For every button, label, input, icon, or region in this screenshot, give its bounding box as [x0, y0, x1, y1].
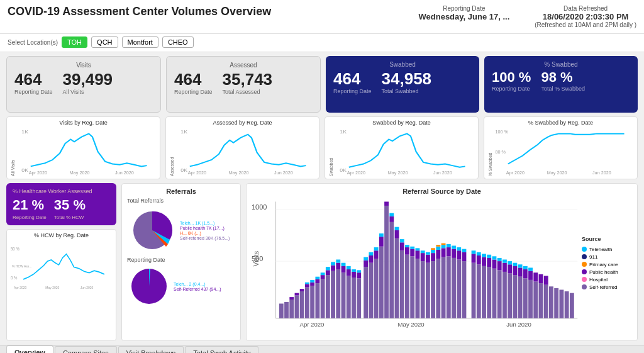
- svg-text:Apr 2020: Apr 2020: [347, 171, 365, 176]
- svg-rect-137: [462, 261, 467, 318]
- svg-rect-81: [369, 263, 373, 318]
- svg-rect-79: [364, 261, 368, 267]
- svg-rect-184: [559, 289, 564, 318]
- svg-text:Apr 2020: Apr 2020: [506, 171, 525, 176]
- svg-text:May 2020: May 2020: [229, 171, 249, 176]
- assessed-chart-box: Assessed by Reg. Date Assessed 1K 0K Apr…: [165, 116, 319, 179]
- svg-rect-180: [544, 285, 548, 318]
- stats-row: Visits 464 Reporting Date 39,499 All Vis…: [6, 56, 638, 113]
- data-refreshed-label: Data Refreshed: [535, 5, 636, 12]
- svg-rect-40: [289, 297, 294, 300]
- svg-rect-148: [482, 254, 486, 257]
- svg-rect-126: [441, 245, 446, 248]
- svg-rect-52: [315, 279, 319, 283]
- svg-rect-71: [347, 266, 351, 269]
- visits-all-value: 39,499: [63, 71, 113, 87]
- tab-bar: Overview Compare Sites Visit Breakdown T…: [0, 345, 644, 353]
- svg-rect-142: [472, 250, 476, 254]
- svg-rect-156: [497, 261, 502, 270]
- svg-rect-78: [364, 267, 368, 318]
- svg-text:Jun 2020: Jun 2020: [80, 285, 94, 289]
- location-montfort[interactable]: Montfort: [122, 36, 158, 48]
- swabbed-y-label: Swabbed: [329, 127, 333, 176]
- header: COVID-19 Assessment Center Volumes Overv…: [0, 0, 644, 34]
- visits-reporting-label: Reporting Date: [14, 89, 53, 95]
- svg-rect-83: [369, 252, 373, 255]
- pct-swabbed-card: % Swabbed 100 % Reporting Date 98 % Tota…: [484, 56, 638, 113]
- svg-rect-58: [326, 270, 330, 275]
- svg-rect-85: [374, 250, 379, 259]
- visits-sparkline: 1K 0K Apr 2020 May 2020 Jun 2020: [11, 127, 156, 176]
- svg-rect-91: [384, 201, 389, 205]
- 911-dot: [582, 254, 587, 259]
- pct-swabbed-chart-box: % Swabbed by Reg. Date % Swabbed 100 % 8…: [484, 116, 638, 179]
- hcw-panel: % Healthcare Worker Assessed 21 % Report…: [6, 183, 116, 341]
- svg-rect-98: [400, 250, 404, 318]
- reporting-date-ref-label: Reporting Date: [127, 257, 235, 263]
- swabbed-reporting-label: Reporting Date: [333, 88, 372, 94]
- tab-overview[interactable]: Overview: [6, 345, 53, 353]
- swabbed-total-label: Total Swabbed: [382, 88, 432, 94]
- svg-rect-73: [352, 272, 356, 277]
- visits-reporting-value: 464: [14, 71, 53, 87]
- svg-rect-135: [457, 250, 461, 259]
- location-cheo[interactable]: CHEO: [162, 36, 194, 48]
- svg-rect-145: [477, 252, 481, 255]
- pct-swabbed-reporting-label: Reporting Date: [492, 86, 531, 92]
- assessed-y-label: Assessed: [170, 127, 174, 176]
- hcw-card: % Healthcare Worker Assessed 21 % Report…: [6, 183, 116, 225]
- svg-rect-123: [436, 245, 440, 247]
- svg-rect-147: [482, 257, 486, 266]
- tab-compare-sites[interactable]: Compare Sites: [55, 346, 117, 353]
- svg-rect-120: [436, 259, 440, 318]
- svg-rect-161: [508, 274, 512, 318]
- svg-text:0K: 0K: [21, 168, 28, 174]
- svg-rect-99: [400, 242, 404, 250]
- svg-rect-132: [452, 249, 456, 258]
- pie2-container: Teleh... 2 (0.4...) Self-Referred 437 (9…: [127, 264, 235, 308]
- svg-rect-95: [395, 238, 399, 318]
- svg-rect-117: [431, 253, 435, 261]
- svg-rect-172: [523, 266, 528, 269]
- tab-total-swab-activity[interactable]: Total Swab Activity: [185, 346, 258, 353]
- svg-rect-86: [374, 247, 379, 250]
- assessed-title: Assessed: [174, 62, 313, 69]
- svg-rect-174: [528, 271, 533, 280]
- sparklines-row: Visits by Reg. Date All Visits 1K 0K Apr…: [6, 116, 638, 179]
- legend-self-referred: Self-referred: [582, 284, 632, 290]
- assessed-chart-title: Assessed by Reg. Date: [170, 120, 315, 126]
- tab-visit-breakdown[interactable]: Visit Breakdown: [118, 346, 184, 353]
- visits-chart-title: Visits by Reg. Date: [11, 120, 156, 126]
- location-qch[interactable]: QCH: [91, 36, 118, 48]
- legend-hospital: Hospital: [582, 277, 632, 283]
- refresh-note: (Refreshed at 10AM and 2PM daily ): [535, 21, 636, 28]
- svg-rect-153: [492, 259, 497, 268]
- svg-rect-115: [426, 252, 430, 255]
- svg-text:May 2020: May 2020: [388, 171, 408, 176]
- visits-card: Visits 464 Reporting Date 39,499 All Vis…: [6, 56, 161, 113]
- svg-rect-43: [300, 291, 304, 318]
- svg-rect-168: [518, 267, 523, 276]
- primary-care-dot: [582, 262, 587, 267]
- bottom-row: % Healthcare Worker Assessed 21 % Report…: [6, 183, 638, 341]
- assessed-total-label: Total Assessed: [223, 89, 273, 95]
- svg-rect-127: [441, 244, 446, 245]
- svg-text:50 %: 50 %: [11, 247, 19, 251]
- pct-swabbed-sparkline: 100 % 80 % Apr 2020 May 2020 Jun 2020: [488, 127, 633, 176]
- svg-rect-89: [379, 233, 384, 237]
- legend-public-health: Public health: [582, 269, 632, 275]
- ref-source-legend: Source Telehealth 911 Primary care: [582, 198, 632, 328]
- location-toh[interactable]: TOH: [62, 36, 87, 48]
- hcw-total-label: Total % HCW: [54, 215, 86, 220]
- svg-rect-155: [497, 270, 502, 318]
- pct-swabbed-chart-area: % Swabbed 100 % 80 % Apr 2020 May 2020 J…: [488, 127, 633, 176]
- svg-rect-51: [315, 283, 319, 318]
- svg-rect-143: [477, 264, 481, 318]
- svg-text:Jun 2020: Jun 2020: [433, 171, 452, 176]
- svg-rect-56: [321, 272, 325, 275]
- assessed-reporting-label: Reporting Date: [174, 89, 213, 95]
- svg-rect-76: [357, 272, 361, 278]
- svg-rect-59: [326, 267, 330, 270]
- svg-rect-42: [295, 293, 299, 296]
- telehealth-dot: [582, 247, 587, 252]
